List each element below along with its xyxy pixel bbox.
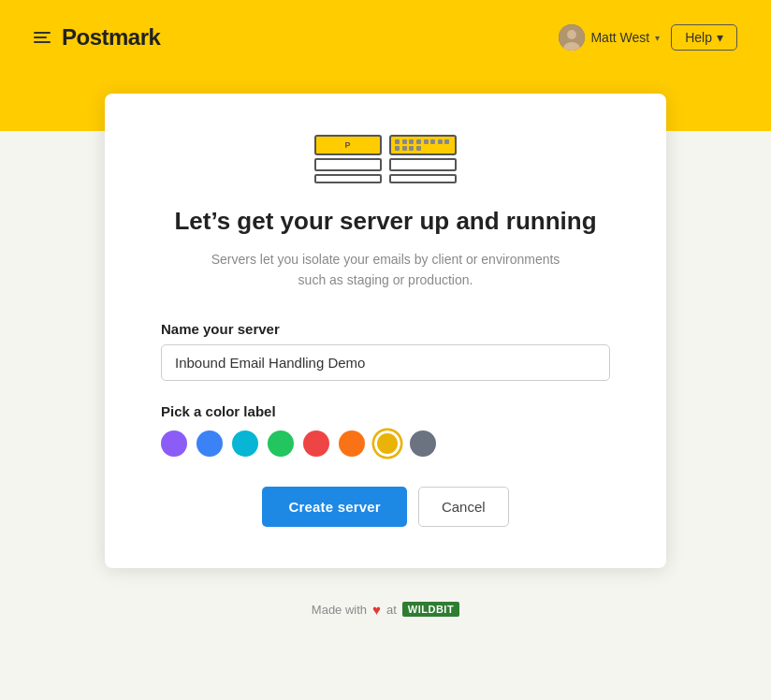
server-mid-right xyxy=(389,158,457,171)
wildbit-badge: WILDBIT xyxy=(402,602,459,617)
user-menu[interactable]: Matt West ▾ xyxy=(559,24,660,51)
user-chevron-icon: ▾ xyxy=(655,33,660,43)
logo-line-3 xyxy=(34,41,51,43)
server-dot-1 xyxy=(395,139,400,144)
server-name-input[interactable] xyxy=(161,344,610,381)
server-dot-9 xyxy=(395,146,400,151)
button-row: Create server Cancel xyxy=(161,487,610,527)
color-swatch-yellow[interactable] xyxy=(374,430,400,457)
help-label: Help xyxy=(685,30,712,45)
cancel-button[interactable]: Cancel xyxy=(418,487,509,527)
server-dot-5 xyxy=(424,139,429,144)
heart-icon: ♥ xyxy=(372,602,381,618)
server-dot-6 xyxy=(430,139,435,144)
create-server-card: P xyxy=(105,94,666,568)
color-swatch-orange[interactable] xyxy=(339,430,365,457)
help-button[interactable]: Help ▾ xyxy=(671,24,737,51)
logo-line-2 xyxy=(34,36,47,38)
server-dot-2 xyxy=(402,139,407,144)
logo-line-1 xyxy=(34,32,51,34)
server-dot-10 xyxy=(402,146,407,151)
server-top-left: P xyxy=(314,135,382,155)
color-options xyxy=(161,430,610,457)
main-area: P xyxy=(0,131,771,655)
server-dot-11 xyxy=(409,146,414,151)
server-bot-right xyxy=(389,174,457,183)
header-right: Matt West ▾ Help ▾ xyxy=(559,24,737,51)
logo-text: Postmark xyxy=(62,24,160,51)
logo-icon xyxy=(34,32,51,43)
avatar-image xyxy=(559,24,585,51)
name-form-group: Name your server xyxy=(161,321,610,381)
cancel-label: Cancel xyxy=(442,499,486,515)
create-server-label: Create server xyxy=(288,499,381,515)
server-dot-12 xyxy=(416,146,421,151)
server-top-right xyxy=(389,135,457,155)
server-unit-right xyxy=(389,135,457,183)
name-label: Name your server xyxy=(161,321,610,337)
server-bot-left xyxy=(314,174,382,183)
color-swatch-purple[interactable] xyxy=(161,430,187,457)
server-label-p: P xyxy=(344,140,351,150)
server-unit-left: P xyxy=(314,135,382,183)
server-mid-left xyxy=(314,158,382,171)
color-swatch-green[interactable] xyxy=(268,430,294,457)
color-swatch-gray[interactable] xyxy=(410,430,436,457)
card-title: Let’s get your server up and running xyxy=(161,206,610,238)
avatar xyxy=(559,24,585,51)
color-picker-group: Pick a color label xyxy=(161,403,610,457)
header: Postmark Matt West ▾ Help ▾ xyxy=(0,0,771,75)
color-swatch-red[interactable] xyxy=(303,430,329,457)
server-dot-7 xyxy=(438,139,443,144)
user-name: Matt West xyxy=(590,30,649,45)
create-server-button[interactable]: Create server xyxy=(262,487,407,527)
footer: Made with ♥ at WILDBIT xyxy=(312,602,459,618)
footer-text: Made with xyxy=(312,603,367,617)
server-dot-4 xyxy=(416,139,421,144)
color-swatch-teal[interactable] xyxy=(232,430,258,457)
footer-at: at xyxy=(386,603,397,617)
svg-point-1 xyxy=(567,30,576,39)
logo-area: Postmark xyxy=(34,24,160,51)
server-dot-8 xyxy=(444,139,449,144)
color-swatch-blue[interactable] xyxy=(196,430,223,457)
help-chevron-icon: ▾ xyxy=(717,30,723,45)
card-subtitle: Servers let you isolate your emails by c… xyxy=(208,249,563,291)
server-dot-3 xyxy=(409,139,414,144)
server-illustration: P xyxy=(161,135,610,183)
color-label: Pick a color label xyxy=(161,403,610,419)
